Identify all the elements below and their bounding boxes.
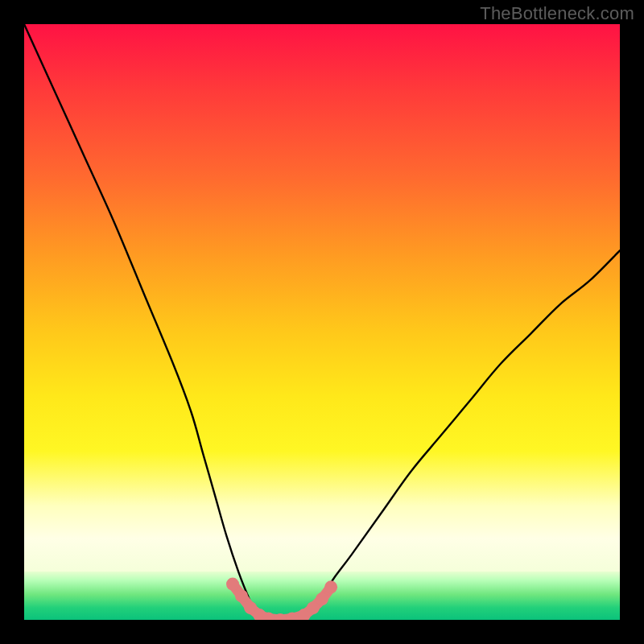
marker-dot bbox=[316, 592, 328, 605]
bottleneck-curve bbox=[24, 24, 620, 620]
plot-area bbox=[24, 24, 620, 620]
chart-frame: TheBottleneck.com bbox=[0, 0, 644, 644]
marker-dot bbox=[226, 578, 239, 591]
watermark-text: TheBottleneck.com bbox=[480, 3, 634, 24]
bottleneck-line bbox=[24, 24, 620, 620]
marker-dot bbox=[324, 580, 337, 593]
marker-dot bbox=[235, 589, 248, 602]
